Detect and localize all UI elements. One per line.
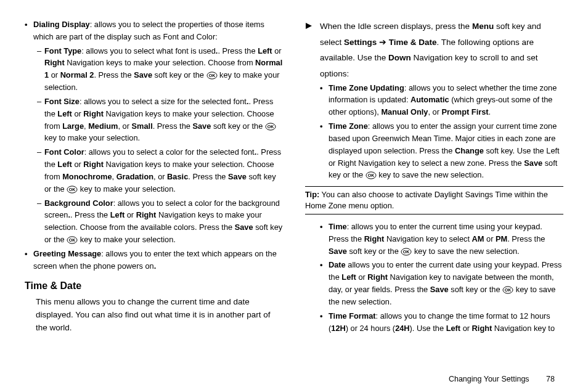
- ok-icon: OK: [206, 71, 218, 80]
- bullet-dot: •: [25, 18, 33, 43]
- svg-text:OK: OK: [267, 125, 274, 129]
- bullet-time: • Time: allows you to enter the current …: [320, 221, 563, 257]
- svg-text:OK: OK: [69, 238, 76, 242]
- ok-icon: OK: [67, 236, 78, 244]
- ok-icon: OK: [265, 123, 276, 131]
- page: • Dialing Display: allows you to select …: [0, 0, 588, 392]
- svg-text:OK: OK: [505, 288, 512, 292]
- bullet-dialing-display: • Dialing Display: allows you to select …: [25, 18, 283, 43]
- svg-text:OK: OK: [208, 74, 215, 78]
- bullet-greeting: • Greeting Message: allows you to enter …: [25, 248, 283, 272]
- right-column: When the Idle screen displays, press the…: [294, 18, 563, 386]
- bullet-date: • Date allows you to enter the current d…: [320, 259, 563, 308]
- page-number: 78: [546, 375, 555, 383]
- dash-background-color: – Background Color: allows you to select…: [37, 197, 283, 246]
- tip-block: Tip: You can also choose to activate Day…: [305, 186, 563, 214]
- svg-text:OK: OK: [69, 187, 76, 192]
- left-column: • Dialing Display: allows you to select …: [25, 18, 294, 386]
- dash-font-type: – Font Type: allows you to select what f…: [37, 45, 283, 94]
- bullet-tz: • Time Zone: allows you to enter the ass…: [320, 120, 563, 181]
- ok-icon: OK: [67, 186, 78, 194]
- dash-font-size: – Font Size: allows you to select a size…: [37, 96, 283, 144]
- svg-text:OK: OK: [368, 174, 375, 178]
- svg-marker-8: [306, 23, 312, 29]
- intro-paragraph: This menu allows you to change the curre…: [36, 296, 283, 335]
- svg-text:OK: OK: [403, 250, 410, 254]
- triangle-icon: [305, 18, 320, 82]
- bullet-time-format: • Time Format: allows you to change the …: [320, 310, 563, 335]
- footer-label: Changing Your Settings: [449, 375, 529, 383]
- heading-time-date: Time & Date: [25, 279, 283, 294]
- bullet-tzu: • Time Zone Updating: allows you to sele…: [320, 82, 563, 118]
- ok-icon: OK: [502, 286, 513, 294]
- label: Dialing Display: [33, 20, 90, 29]
- ok-icon: OK: [401, 248, 412, 256]
- ok-icon: OK: [365, 171, 377, 179]
- step-idle-screen: When the Idle screen displays, press the…: [305, 18, 563, 82]
- dash-font-color: – Font Color: allows you to select a col…: [37, 146, 283, 195]
- page-footer: Changing Your Settings 78: [449, 375, 555, 383]
